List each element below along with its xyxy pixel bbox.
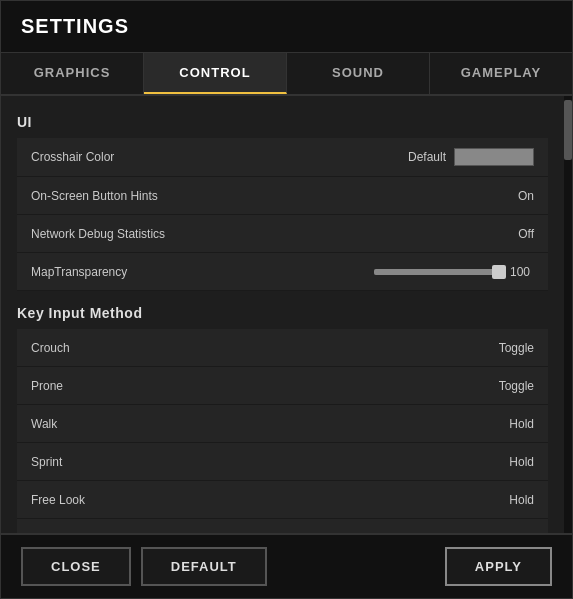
free-look-value: Hold bbox=[509, 493, 534, 507]
row-button-hints[interactable]: On-Screen Button Hints On bbox=[17, 177, 548, 215]
footer-left-buttons: CLOSE DEFAULT bbox=[21, 547, 267, 586]
map-transparency-control: 100 bbox=[374, 265, 534, 279]
slider-thumb[interactable] bbox=[492, 265, 506, 279]
key-input-section-header: Key Input Method bbox=[17, 305, 548, 321]
walk-value: Hold bbox=[509, 417, 534, 431]
tab-control[interactable]: CONTROL bbox=[144, 53, 287, 94]
tab-graphics[interactable]: GRAPHICS bbox=[1, 53, 144, 94]
scrollbar[interactable] bbox=[564, 96, 572, 533]
scrollbar-thumb[interactable] bbox=[564, 100, 572, 160]
network-debug-value: Off bbox=[518, 227, 534, 241]
close-button[interactable]: CLOSE bbox=[21, 547, 131, 586]
crouch-label: Crouch bbox=[31, 341, 70, 355]
map-transparency-slider[interactable] bbox=[374, 269, 504, 275]
sprint-label: Sprint bbox=[31, 455, 62, 469]
sprint-value: Hold bbox=[509, 455, 534, 469]
crosshair-color-label: Crosshair Color bbox=[31, 150, 114, 164]
prone-value: Toggle bbox=[499, 379, 534, 393]
map-transparency-value: 100 bbox=[510, 265, 534, 279]
row-prone[interactable]: Prone Toggle bbox=[17, 367, 548, 405]
row-crosshair-color[interactable]: Crosshair Color Default bbox=[17, 138, 548, 177]
row-crouch[interactable]: Crouch Toggle bbox=[17, 329, 548, 367]
row-walk[interactable]: Walk Hold bbox=[17, 405, 548, 443]
row-free-look[interactable]: Free Look Hold bbox=[17, 481, 548, 519]
row-sprint[interactable]: Sprint Hold bbox=[17, 443, 548, 481]
free-look-label: Free Look bbox=[31, 493, 85, 507]
slider-fill bbox=[374, 269, 504, 275]
row-hold-breath[interactable]: Hold Breath Hold bbox=[17, 519, 548, 533]
color-preview-box[interactable] bbox=[454, 148, 534, 166]
ui-section-header: UI bbox=[17, 114, 548, 130]
footer: CLOSE DEFAULT APPLY bbox=[1, 533, 572, 598]
ui-section: UI Crosshair Color Default On-Screen But… bbox=[17, 114, 548, 291]
row-network-debug[interactable]: Network Debug Statistics Off bbox=[17, 215, 548, 253]
button-hints-label: On-Screen Button Hints bbox=[31, 189, 158, 203]
scroll-content[interactable]: UI Crosshair Color Default On-Screen But… bbox=[1, 96, 564, 533]
settings-window: SETTINGS GRAPHICS CONTROL SOUND GAMEPLAY… bbox=[0, 0, 573, 599]
network-debug-label: Network Debug Statistics bbox=[31, 227, 165, 241]
button-hints-value: On bbox=[518, 189, 534, 203]
content-area: UI Crosshair Color Default On-Screen But… bbox=[1, 96, 572, 533]
crouch-value: Toggle bbox=[499, 341, 534, 355]
apply-button[interactable]: APPLY bbox=[445, 547, 552, 586]
key-input-section: Key Input Method Crouch Toggle Prone Tog… bbox=[17, 305, 548, 533]
prone-label: Prone bbox=[31, 379, 63, 393]
default-button[interactable]: DEFAULT bbox=[141, 547, 267, 586]
tab-sound[interactable]: SOUND bbox=[287, 53, 430, 94]
settings-title: SETTINGS bbox=[1, 1, 572, 53]
map-transparency-label: MapTransparency bbox=[31, 265, 127, 279]
tab-gameplay[interactable]: GAMEPLAY bbox=[430, 53, 572, 94]
crosshair-color-value: Default bbox=[408, 148, 534, 166]
walk-label: Walk bbox=[31, 417, 57, 431]
tabs-bar: GRAPHICS CONTROL SOUND GAMEPLAY bbox=[1, 53, 572, 96]
row-map-transparency[interactable]: MapTransparency 100 bbox=[17, 253, 548, 291]
